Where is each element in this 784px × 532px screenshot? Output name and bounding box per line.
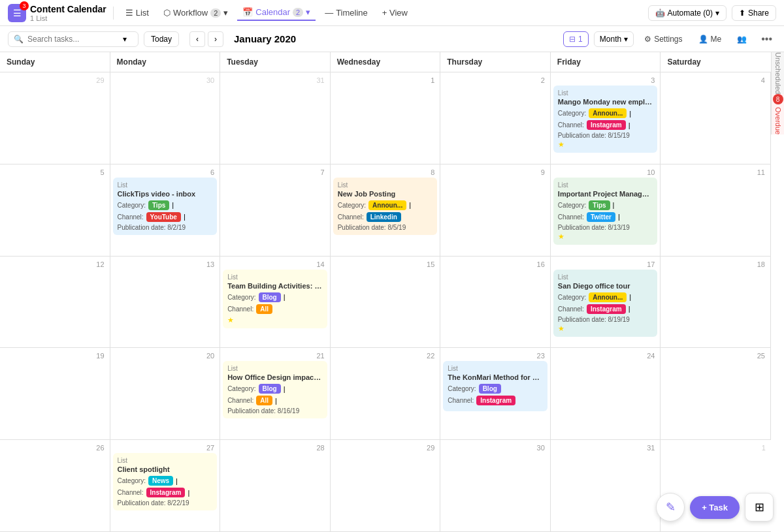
automate-dropdown-icon: ▾: [715, 8, 719, 18]
day-header-friday: Friday: [551, 52, 661, 72]
cell-jan28[interactable]: 28: [220, 440, 331, 532]
today-button[interactable]: Today: [144, 31, 179, 47]
channel-tag[interactable]: YouTube: [146, 212, 181, 222]
cell-dec30[interactable]: 30: [110, 72, 221, 164]
channel-label: Channel:: [227, 305, 253, 313]
cell-jan24[interactable]: 24: [551, 348, 661, 440]
channel-tag[interactable]: Linkedin: [367, 212, 401, 222]
cell-jan10[interactable]: 10 List Important Project Manageme Categ…: [551, 164, 661, 257]
cell-jan23[interactable]: 23 List The KonMari Method for Proj Cate…: [440, 348, 551, 440]
unscheduled-panel[interactable]: Unscheduled: [771, 52, 784, 94]
cell-jan18[interactable]: 18: [661, 257, 771, 349]
category-tag[interactable]: Announ...: [589, 108, 627, 118]
cell-jan1[interactable]: 1: [331, 72, 441, 164]
channel-tag[interactable]: Instagram: [587, 304, 626, 314]
list-label: List: [118, 457, 213, 464]
workflow-dropdown-icon: ▾: [223, 8, 228, 18]
category-tag[interactable]: Blog: [259, 384, 281, 394]
channel-label: Channel:: [558, 305, 584, 313]
search-input[interactable]: [27, 35, 119, 44]
cell-jan17[interactable]: 17 List San Diego office tour Category: …: [551, 257, 661, 349]
task-card-mango[interactable]: List Mango Monday new employe Category: …: [553, 86, 658, 153]
cell-jan8[interactable]: 8 List New Job Posting Category: Announ.…: [331, 164, 441, 257]
settings-button[interactable]: ⚙ Settings: [639, 32, 687, 46]
category-tag[interactable]: Announ...: [368, 200, 406, 210]
day-header-saturday: Saturday: [661, 52, 771, 72]
cell-jan11[interactable]: 11: [661, 164, 771, 257]
task-card-newjob[interactable]: List New Job Posting Category: Announ...…: [333, 178, 438, 235]
calendar-main: Sunday Monday Tuesday Wednesday Thursday…: [0, 52, 771, 532]
channel-tag[interactable]: Instagram: [587, 120, 626, 130]
automate-button[interactable]: 🤖 Automate (0) ▾: [648, 5, 727, 21]
cell-jan3[interactable]: 3 List Mango Monday new employe Category…: [551, 72, 661, 164]
cell-jan22[interactable]: 22: [331, 348, 441, 440]
category-tag[interactable]: Tips: [148, 200, 169, 210]
channel-tag[interactable]: Instagram: [146, 488, 186, 497]
cell-jan25[interactable]: 25: [661, 348, 771, 440]
cell-jan15[interactable]: 15: [331, 257, 441, 349]
cell-jan6[interactable]: 6 List ClickTips video - inbox Category:…: [110, 164, 221, 257]
pub-date: Publication date: 8/5/19: [338, 224, 433, 231]
channel-tag[interactable]: Twitter: [587, 212, 615, 222]
nav-list[interactable]: ☰ List: [120, 5, 154, 20]
search-box[interactable]: 🔍 ▾: [8, 31, 139, 47]
automate-icon: 🤖: [655, 8, 665, 18]
prev-month-button[interactable]: ‹: [189, 31, 205, 47]
task-card-client[interactable]: List Client spotlight Category: News | C…: [113, 453, 218, 510]
cell-jan16[interactable]: 16: [440, 257, 551, 349]
cell-jan29[interactable]: 29: [331, 440, 441, 532]
cell-jan27[interactable]: 27 List Client spotlight Category: News …: [110, 440, 221, 532]
category-tag[interactable]: News: [148, 476, 173, 486]
category-label: Category:: [448, 385, 476, 392]
overdue-panel[interactable]: 8 Overdue: [771, 94, 784, 134]
cell-jan21[interactable]: 21 List How Office Design impacts P Cate…: [220, 348, 331, 440]
day-number: 30: [443, 443, 547, 453]
cell-jan4[interactable]: 4: [661, 72, 771, 164]
app-icon[interactable]: ☰ 3: [8, 4, 26, 22]
cell-dec29[interactable]: 29: [0, 72, 110, 164]
task-title: The KonMari Method for Proj: [448, 373, 543, 381]
more-button[interactable]: •••: [757, 31, 776, 48]
cell-jan13[interactable]: 13: [110, 257, 221, 349]
share-button[interactable]: ⬆ Share: [732, 5, 776, 21]
channel-tag[interactable]: Instagram: [476, 396, 515, 405]
cell-jan12[interactable]: 12: [0, 257, 110, 349]
cell-jan2[interactable]: 2: [440, 72, 551, 164]
next-month-button[interactable]: ›: [208, 31, 223, 47]
task-card-konmari[interactable]: List The KonMari Method for Proj Categor…: [443, 361, 547, 411]
nav-workflow[interactable]: ⬡ Workflow 2 ▾: [158, 5, 233, 20]
cell-jan31[interactable]: 31: [551, 440, 661, 532]
channel-tag[interactable]: All: [256, 396, 272, 405]
users-button[interactable]: 👥: [732, 32, 752, 46]
cell-jan26[interactable]: 26: [0, 440, 110, 532]
category-tag[interactable]: Blog: [479, 384, 501, 394]
task-card-clicktips[interactable]: List ClickTips video - inbox Category: T…: [113, 178, 218, 235]
nav-calendar[interactable]: 📅 Calendar 2 ▾: [237, 5, 316, 21]
filter-button[interactable]: ⊟ 1: [563, 31, 589, 47]
fab-task-button[interactable]: + Task: [690, 496, 740, 519]
channel-tag[interactable]: All: [256, 304, 272, 314]
nav-timeline-label: Timeline: [336, 8, 368, 18]
category-tag[interactable]: Announ...: [589, 292, 627, 302]
cell-jan20[interactable]: 20: [110, 348, 221, 440]
cell-jan9[interactable]: 9: [440, 164, 551, 257]
category-tag[interactable]: Tips: [589, 200, 610, 210]
settings-label: Settings: [654, 35, 682, 44]
month-view-button[interactable]: Month ▾: [594, 31, 634, 47]
task-card-office[interactable]: List How Office Design impacts P Categor…: [223, 361, 327, 418]
task-card-team[interactable]: List Team Building Activities: 25 E Cate…: [223, 270, 327, 328]
cell-jan14[interactable]: 14 List Team Building Activities: 25 E C…: [220, 257, 331, 349]
me-button[interactable]: 👤 Me: [693, 32, 727, 46]
cell-dec31[interactable]: 31: [220, 72, 331, 164]
cell-jan19[interactable]: 19: [0, 348, 110, 440]
cell-jan7[interactable]: 7: [220, 164, 331, 257]
nav-view[interactable]: + View: [377, 5, 413, 20]
cell-jan30[interactable]: 30: [440, 440, 551, 532]
nav-timeline[interactable]: — Timeline: [319, 5, 373, 20]
task-card-important[interactable]: List Important Project Manageme Category…: [553, 178, 658, 245]
task-card-sandiego[interactable]: List San Diego office tour Category: Ann…: [553, 270, 658, 337]
cell-jan5[interactable]: 5: [0, 164, 110, 257]
category-tag[interactable]: Blog: [259, 292, 281, 302]
fab-grid-button[interactable]: ⊞: [745, 493, 774, 522]
fab-edit-button[interactable]: ✎: [656, 493, 685, 522]
